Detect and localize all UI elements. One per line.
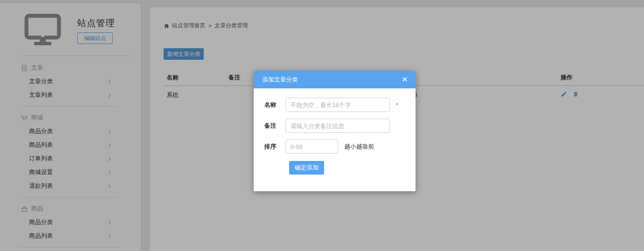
modal-title: 添加文章分类 — [262, 76, 401, 84]
page: 站点管理 编辑站点 文章 文章分类 文章列表 — [0, 0, 644, 251]
name-input[interactable] — [286, 98, 390, 112]
note-field-row: 备注 — [254, 119, 416, 133]
note-input[interactable] — [286, 119, 390, 133]
close-icon[interactable]: ✕ — [401, 75, 409, 84]
modal-body: 名称 * 备注 排序 越小越靠前 确定添加 — [254, 88, 416, 175]
sort-input[interactable] — [286, 140, 338, 154]
add-article-category-modal: 添加文章分类 ✕ 名称 * 备注 排序 越小越靠前 确定添加 — [254, 71, 416, 191]
modal-header: 添加文章分类 ✕ — [254, 71, 416, 88]
required-asterisk: * — [396, 102, 398, 108]
name-field-row: 名称 * — [254, 98, 416, 112]
confirm-add-button[interactable]: 确定添加 — [289, 161, 324, 175]
sort-field-label: 排序 — [264, 143, 286, 151]
name-field-label: 名称 — [264, 101, 286, 109]
sort-field-row: 排序 越小越靠前 — [254, 140, 416, 154]
sort-hint: 越小越靠前 — [344, 143, 374, 151]
note-field-label: 备注 — [264, 122, 286, 130]
